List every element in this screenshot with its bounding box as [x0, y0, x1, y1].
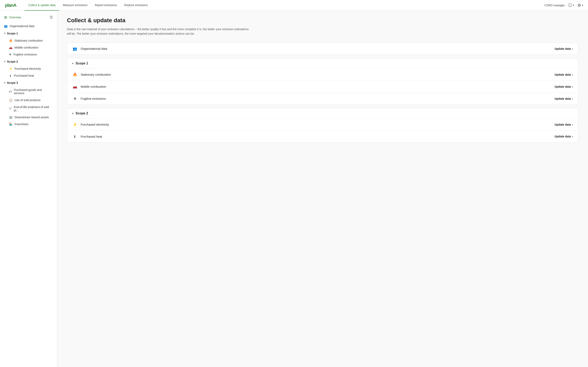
nav-collect-update[interactable]: Collect & update data [25, 0, 59, 11]
org-data-row[interactable]: 👥 Organisational data Update data › [67, 43, 578, 55]
purchased-heat-update-button[interactable]: Update data › [554, 135, 573, 138]
info-button[interactable]: ⓘ ▾ [568, 2, 574, 8]
sidebar-scope3-header[interactable]: ▾ Scope 3 [0, 79, 57, 86]
scope3-chevron-icon: ▾ [4, 81, 5, 84]
mobile-combustion-row[interactable]: 🚗 Mobile combustion Update data › [67, 81, 578, 93]
mobile-combustion-update-button[interactable]: Update data › [554, 85, 573, 88]
sidebar-purchased-goods[interactable]: 🏷 Purchased goods and services [0, 86, 57, 97]
page-description: Data is the raw material of your emissio… [67, 27, 251, 36]
page-title: Collect & update data [67, 17, 578, 24]
fugitive-emissions-label: Fugitive emissions [81, 97, 554, 100]
sidebar-scope1-header[interactable]: ▾ Scope 1 [0, 30, 57, 37]
settings-chevron-icon: ▾ [582, 4, 583, 7]
top-navigation: planA Collect & update data Measure emis… [0, 0, 588, 11]
overview-icon: ⊞ [4, 15, 7, 20]
purchased-electricity-update-button[interactable]: Update data › [554, 123, 573, 126]
sidebar-fugitive-emissions[interactable]: ❄ Fugitive emissions [0, 51, 57, 58]
stationary-combustion-icon: 🔥 [72, 72, 78, 77]
stationary-combustion-update-button[interactable]: Update data › [554, 73, 573, 76]
nav-right: CSRD manager ⓘ ▾ ⚙ ▾ [545, 2, 583, 8]
scope2-section-header[interactable]: ▾ Scope 2 [67, 108, 578, 119]
mobile-combustion-icon: 🚗 [72, 84, 78, 89]
heat-chevron-icon: › [572, 135, 573, 138]
sidebar-purchased-heat[interactable]: 🌡 Purchased heat [0, 72, 57, 79]
fugitive-emissions-icon: ❄ [72, 96, 78, 101]
sidebar-mobile-combustion[interactable]: 🚗 Mobile combustion [0, 44, 57, 51]
fugitive-emissions-row[interactable]: ❄ Fugitive emissions Update data › [67, 93, 578, 105]
stationary-chevron-icon: › [572, 73, 573, 76]
purchased-heat-label: Purchased heat [81, 135, 554, 138]
info-icon: ⓘ [568, 2, 572, 8]
scope1-section-header[interactable]: ▾ Scope 1 [67, 58, 578, 69]
scope2-chevron-icon: ▾ [4, 60, 5, 63]
sidebar-end-of-life[interactable]: 🛡 End-of-life treatment of sold pr... [0, 104, 57, 114]
stationary-combustion-row[interactable]: 🔥 Stationary combustion Update data › [67, 69, 578, 81]
sidebar-org-data[interactable]: 👥 Organisational data [0, 22, 57, 30]
flame-icon: 🔥 [9, 39, 12, 42]
org-data-update-button[interactable]: Update data › [554, 47, 573, 50]
fugitive-emissions-update-button[interactable]: Update data › [554, 97, 573, 100]
app-body: ⊞ Overview ☰ 👥 Organisational data ▾ Sco… [0, 11, 588, 367]
sidebar-scope2-header[interactable]: ▾ Scope 2 [0, 58, 57, 65]
bolt-icon: ⚡ [9, 67, 12, 70]
purchased-electricity-row[interactable]: ⚡ Purchased electricity Update data › [67, 119, 578, 131]
mobile-combustion-label: Mobile combustion [81, 85, 554, 88]
scope2-section: ▾ Scope 2 ⚡ Purchased electricity Update… [67, 108, 578, 142]
org-data-chevron-icon: › [572, 47, 573, 50]
gear-icon: ⚙ [577, 3, 581, 8]
shield-icon: 🛡 [9, 107, 12, 110]
sidebar: ⊞ Overview ☰ 👥 Organisational data ▾ Sco… [0, 11, 57, 367]
electricity-chevron-icon: › [572, 123, 573, 126]
purchased-electricity-label: Purchased electricity [81, 123, 554, 126]
thermometer-icon: 🌡 [9, 74, 12, 77]
sidebar-overview[interactable]: Overview [9, 16, 21, 19]
settings-button[interactable]: ⚙ ▾ [577, 3, 583, 8]
sidebar-stationary-combustion[interactable]: 🔥 Stationary combustion [0, 37, 57, 44]
sidebar-downstream-leased[interactable]: 🏢 Downstream leased assets [0, 114, 57, 121]
clipboard-icon: 📋 [9, 99, 12, 102]
sidebar-franchises[interactable]: 🏪 Franchises [0, 121, 57, 128]
purchased-heat-row[interactable]: 🌡 Purchased heat Update data › [67, 131, 578, 142]
scope1-section: ▾ Scope 1 🔥 Stationary combustion Update… [67, 58, 578, 105]
sidebar-purchased-electricity[interactable]: ⚡ Purchased electricity [0, 65, 57, 72]
building-icon: 🏢 [9, 116, 12, 119]
scope1-chevron-icon: ▾ [4, 32, 5, 35]
store-icon: 🏪 [9, 123, 12, 126]
info-chevron-icon: ▾ [573, 4, 574, 7]
purchased-heat-icon: 🌡 [72, 134, 78, 139]
org-data-icon: 👥 [4, 25, 8, 28]
logo: planA [5, 3, 16, 8]
fugitive-chevron-icon: › [572, 97, 573, 100]
purchased-electricity-icon: ⚡ [72, 122, 78, 127]
org-data-label: Organisational data [81, 47, 554, 50]
scope2-main-chevron-icon: ▾ [72, 112, 73, 115]
nav-measure-emissions[interactable]: Measure emissions [59, 0, 91, 11]
nav-reduce-emissions[interactable]: Reduce emissions [121, 0, 151, 11]
stationary-combustion-label: Stationary combustion [81, 73, 554, 76]
org-data-section: 👥 Organisational data Update data › [67, 43, 578, 55]
nav-report-emissions[interactable]: Report emissions [91, 0, 121, 11]
mobile-chevron-icon: › [572, 85, 573, 88]
snowflake-icon: ❄ [9, 53, 11, 56]
main-content: Collect & update data Data is the raw ma… [57, 11, 588, 367]
csrd-manager-button[interactable]: CSRD manager [545, 4, 565, 7]
sidebar-use-of-sold-products[interactable]: 📋 Use of sold products [0, 97, 57, 104]
org-row-icon: 👥 [72, 47, 78, 51]
nav-links: Collect & update data Measure emissions … [25, 0, 545, 11]
sidebar-collapse-button[interactable]: ☰ [50, 15, 53, 20]
scope1-main-chevron-icon: ▾ [72, 62, 73, 65]
car-icon: 🚗 [9, 46, 12, 49]
tag-icon: 🏷 [9, 90, 12, 93]
